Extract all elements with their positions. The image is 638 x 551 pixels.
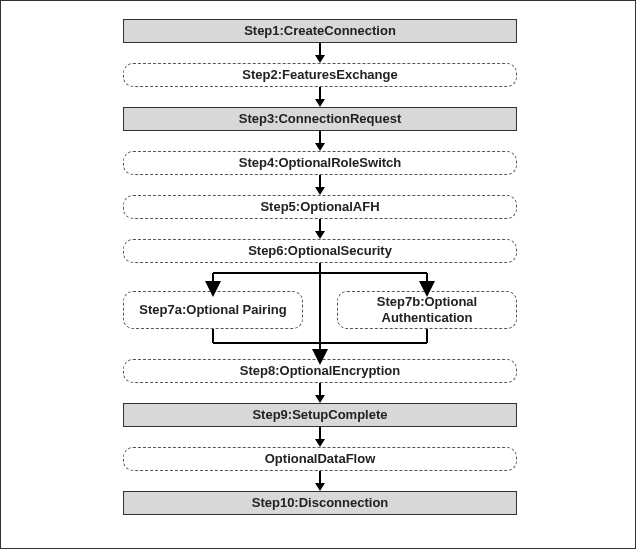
step9-setup-complete: Step9:SetupComplete	[123, 403, 517, 427]
flowchart-frame: Step1:CreateConnection Step2:FeaturesExc…	[0, 0, 636, 549]
optional-data-flow: OptionalDataFlow	[123, 447, 517, 471]
step10-disconnection: Step10:Disconnection	[123, 491, 517, 515]
merge-7-to-8	[1, 1, 638, 371]
